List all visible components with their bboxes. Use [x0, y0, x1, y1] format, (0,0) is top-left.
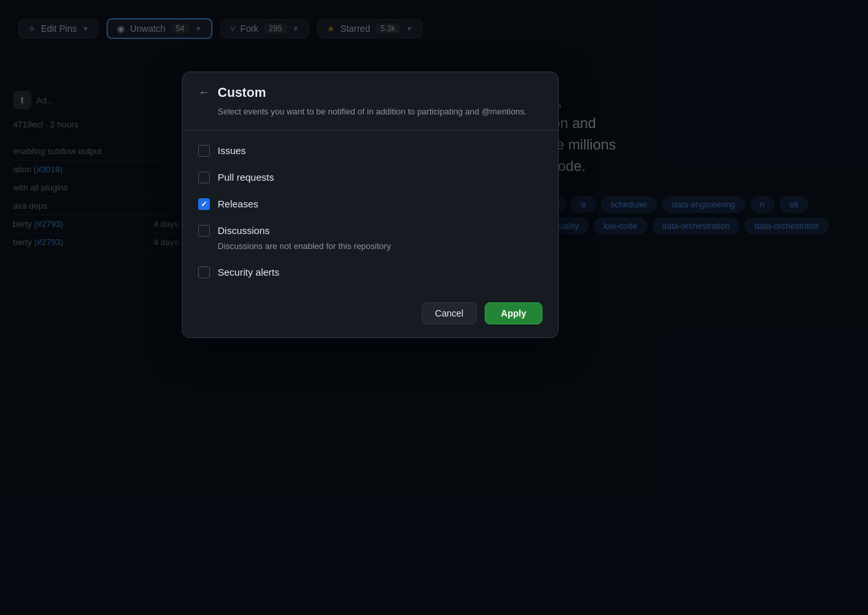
discussions-text: Discussions Discussions are not enabled …: [218, 224, 542, 253]
issues-label: Issues: [218, 144, 542, 157]
pull-requests-label: Pull requests: [218, 170, 542, 184]
discussions-label: Discussions: [218, 224, 542, 237]
issues-text: Issues: [218, 144, 542, 157]
modal-title: Custom: [218, 85, 266, 100]
checkbox-releases: Releases: [198, 197, 542, 211]
checkbox-pull-requests: Pull requests: [198, 170, 542, 184]
back-arrow-icon[interactable]: ←: [198, 86, 210, 99]
modal-header: ← Custom Select events you want to be no…: [183, 72, 558, 131]
checkbox-security-alerts: Security alerts: [198, 265, 542, 279]
security-alerts-checkbox[interactable]: [198, 267, 210, 278]
checkbox-issues: Issues: [198, 144, 542, 157]
custom-notifications-modal: ← Custom Select events you want to be no…: [182, 72, 559, 338]
releases-label: Releases: [218, 197, 542, 211]
discussions-desc: Discussions are not enabled for this rep…: [218, 240, 542, 253]
security-alerts-text: Security alerts: [218, 265, 542, 279]
modal-footer: Cancel Apply: [183, 292, 558, 337]
security-alerts-label: Security alerts: [218, 265, 542, 279]
discussions-checkbox[interactable]: [198, 225, 210, 237]
pull-requests-text: Pull requests: [218, 170, 542, 184]
modal-subtitle: Select events you want to be notified of…: [198, 105, 542, 118]
cancel-button[interactable]: Cancel: [422, 302, 478, 324]
modal-body: Issues Pull requests Releases: [183, 131, 558, 293]
issues-checkbox[interactable]: [198, 145, 210, 157]
releases-checkbox[interactable]: [198, 198, 210, 210]
apply-button[interactable]: Apply: [485, 302, 542, 324]
checkbox-discussions: Discussions Discussions are not enabled …: [198, 224, 542, 253]
pull-requests-checkbox[interactable]: [198, 172, 210, 183]
releases-text: Releases: [218, 197, 542, 211]
